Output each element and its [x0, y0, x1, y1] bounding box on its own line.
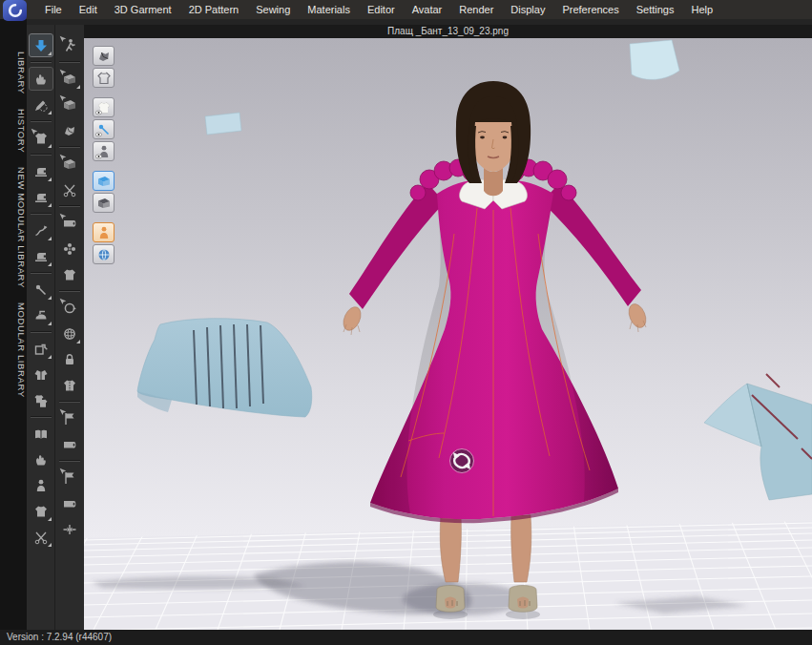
tool-show-avatar[interactable] — [93, 141, 115, 161]
flower-icon — [62, 241, 77, 257]
toolbar-gap — [93, 163, 115, 171]
tool-fabric-roll-2[interactable] — [58, 492, 81, 514]
tool-lift-garment[interactable] — [30, 500, 52, 522]
shirt-icon — [62, 267, 77, 282]
tool-pin-tool[interactable] — [30, 279, 52, 301]
tool-edit-curvature[interactable] — [30, 94, 52, 115]
menu-2d-pattern[interactable]: 2D Pattern — [180, 0, 248, 19]
tool-fold-arrangement[interactable] — [30, 338, 52, 360]
tool-cut-and-sew[interactable] — [30, 526, 52, 548]
tool-clamp-tool[interactable] — [58, 518, 81, 540]
menu-settings[interactable]: Settings — [628, 0, 683, 19]
tool-show-fabric-dark[interactable] — [93, 193, 115, 213]
side-tab-new-modular-library[interactable]: NEW MODULAR LIBRARY — [0, 167, 27, 288]
pin-icon — [33, 282, 49, 298]
tool-open-book[interactable] — [30, 423, 52, 445]
side-tab-modular-library[interactable]: MODULAR LIBRARY — [0, 302, 27, 398]
menu-help[interactable]: Help — [682, 0, 721, 19]
tool-hand-tool[interactable] — [30, 68, 52, 90]
hand-icon — [33, 72, 49, 87]
tool-fabric-roll[interactable] — [58, 433, 81, 455]
avatar-right-leg — [511, 515, 531, 582]
menu-editor[interactable]: Editor — [359, 0, 404, 19]
tool-select-flag-2[interactable] — [58, 467, 81, 489]
shirt-icon — [33, 504, 49, 519]
tool-show-environment[interactable] — [93, 244, 115, 264]
status-bar: Version : 7.2.94 (r44607) — [0, 630, 812, 645]
tool-walk-pose[interactable] — [58, 34, 81, 56]
tool-show-textured-surface[interactable] — [93, 46, 115, 66]
toolbar-separator — [59, 460, 80, 462]
side-tab-library[interactable]: LIBRARY — [0, 52, 27, 94]
lock-icon — [62, 352, 77, 367]
tool-shirt-trim[interactable] — [58, 263, 81, 285]
cursor-icon — [59, 35, 67, 43]
tool-cut-drape[interactable] — [58, 178, 81, 200]
toolbar-separator — [31, 213, 52, 215]
tool-select-flag[interactable] — [58, 407, 81, 429]
menu-3d-garment[interactable]: 3D Garment — [106, 0, 180, 19]
tool-select-circle[interactable] — [58, 297, 81, 319]
eye-icon — [94, 131, 104, 138]
cursor-icon — [59, 94, 67, 102]
tool-snapshot-machine[interactable] — [30, 160, 52, 182]
menu-sewing[interactable]: Sewing — [247, 0, 299, 19]
menu-avatar[interactable]: Avatar — [404, 0, 451, 19]
fabric-icon — [96, 174, 112, 189]
cursor-icon — [59, 69, 67, 76]
hand-icon — [33, 452, 49, 468]
cursor-icon — [59, 154, 67, 161]
menu-file[interactable]: File — [36, 0, 71, 19]
menu-preferences[interactable]: Preferences — [553, 0, 627, 19]
tool-flower-trim[interactable] — [58, 238, 81, 260]
person-icon — [96, 225, 112, 240]
tool-show-pins[interactable] — [93, 119, 115, 139]
tool-show-garment-transparent[interactable] — [93, 68, 115, 88]
tool-show-fabric-blue[interactable] — [93, 171, 115, 191]
menu-edit[interactable]: Edit — [71, 0, 106, 19]
squiggle-icon — [33, 223, 49, 239]
tool-zipper-garment[interactable] — [58, 374, 81, 396]
menu-render[interactable]: Render — [450, 0, 502, 19]
tool-avatar-tool[interactable] — [30, 474, 52, 496]
3d-scene[interactable] — [84, 38, 812, 630]
tool-select-move[interactable] — [30, 34, 52, 56]
tool-free-sewing[interactable] — [30, 245, 52, 267]
tool-show-avatar-skin[interactable] — [93, 222, 115, 242]
tool-grab-garment[interactable] — [30, 448, 52, 470]
tool-edit-sewing[interactable] — [30, 219, 52, 241]
toolbar-separator — [31, 331, 52, 333]
tool-layer-garments[interactable] — [30, 389, 52, 411]
cursor-icon — [59, 213, 67, 220]
roll-icon — [62, 437, 77, 452]
pattern-piece-small[interactable] — [205, 113, 241, 135]
menu-materials[interactable]: Materials — [299, 0, 359, 19]
avatar-left-leg — [440, 515, 461, 582]
tool-sphere-trim[interactable] — [58, 322, 81, 344]
tool-lock-trim[interactable] — [58, 348, 81, 370]
simulation-sync-icon[interactable] — [450, 449, 474, 473]
machine-icon — [33, 190, 49, 205]
shirt-outline-icon — [96, 71, 112, 86]
toolbar-column-2 — [55, 25, 84, 630]
tool-select-fabric[interactable] — [58, 68, 81, 90]
tool-show-3d-garment[interactable] — [93, 97, 115, 117]
tool-fitting-jacket[interactable] — [30, 364, 52, 385]
tool-sewing-machine[interactable] — [30, 186, 52, 208]
toolbar-separator — [31, 416, 52, 418]
cursor-icon — [31, 128, 38, 135]
tool-select-drape[interactable] — [58, 153, 81, 175]
side-tab-history[interactable]: HISTORY — [0, 109, 27, 153]
tool-move-garment[interactable] — [30, 127, 52, 149]
clo3d-application-window: FileEdit3D Garment2D PatternSewingMateri… — [0, 0, 812, 645]
menu-bar-items: FileEdit3D Garment2D PatternSewingMateri… — [36, 0, 721, 19]
tool-select-roll[interactable] — [58, 212, 81, 234]
menu-display[interactable]: Display — [502, 0, 553, 19]
tool-crumple-cloth[interactable] — [58, 119, 81, 141]
clo-swirl-icon — [8, 3, 23, 18]
tool-edit-fabric[interactable] — [58, 94, 81, 115]
tool-steam-brush[interactable] — [30, 304, 52, 326]
cursor-icon — [59, 298, 67, 305]
pattern-piece-top-right[interactable] — [630, 40, 679, 79]
toolbar-separator — [59, 205, 80, 207]
